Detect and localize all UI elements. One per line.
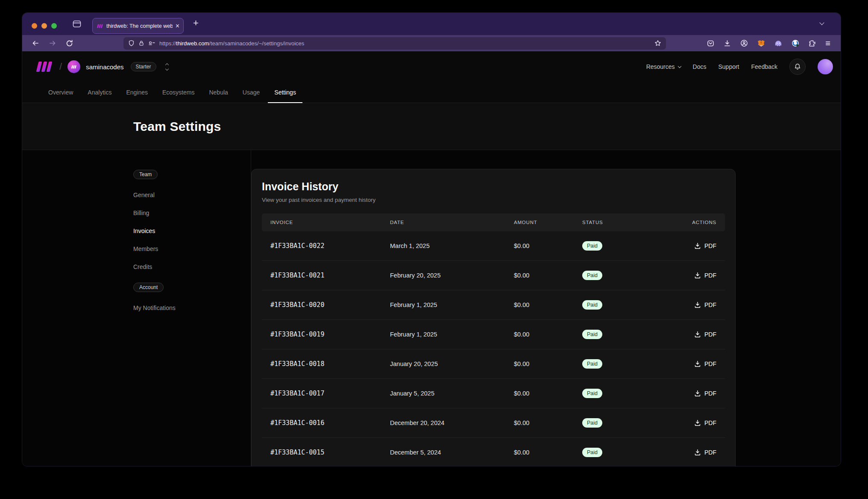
tab-title: thirdweb: The complete web3 d [106,23,173,29]
bookmark-star-icon[interactable] [654,40,661,47]
sidebar-group-account: Account [133,283,164,292]
sidebar-item-credits[interactable]: Credits [133,258,251,276]
url-domain: thirdweb.com [176,40,209,47]
download-pdf-button[interactable]: PDF [694,360,716,367]
invoice-date: February 1, 2025 [390,301,514,308]
reload-button[interactable] [66,40,73,47]
maximize-window-button[interactable] [51,23,57,29]
chevron-down-icon [677,64,681,68]
tracking-protection-shield-icon[interactable] [128,40,135,47]
settings-content: Team General Billing Invoices Members Cr… [22,150,841,466]
table-row: #1F33BA1C-0021 February 20, 2025 $0.00 P… [262,261,725,290]
phantom-extension-icon[interactable] [774,40,782,47]
table-row: #1F33BA1C-0017 January 5, 2025 $0.00 Pai… [262,379,725,408]
metamask-extension-icon[interactable] [757,40,765,47]
forward-button[interactable] [49,40,56,47]
download-pdf-button[interactable]: PDF [694,242,716,249]
status-badge: Paid [582,271,602,280]
invoice-date: January 20, 2025 [390,360,514,367]
url-text[interactable]: https://thirdweb.com/team/saminacodes/~/… [159,40,304,47]
browser-window: thirdweb: The complete web3 d × + [22,13,841,466]
sidebar-group-team: Team [133,170,158,179]
list-tabs-chevron-icon[interactable] [819,20,824,25]
tab-usage[interactable]: Usage [235,82,267,103]
status-badge: Paid [582,330,602,339]
lock-icon[interactable] [138,40,144,47]
status-badge: Paid [582,418,602,428]
wallet-extension-icon[interactable] [792,39,799,47]
team-settings-list: General Billing Invoices Members Credits [133,186,251,276]
download-pdf-button[interactable]: PDF [694,301,716,308]
invoice-date: February 1, 2025 [390,331,514,338]
col-invoice: INVOICE [270,220,390,225]
account-icon[interactable] [740,39,748,47]
invoice-date: March 1, 2025 [390,242,514,249]
sidebar-item-my-notifications[interactable]: My Notifications [133,299,251,317]
plan-badge: Starter [131,62,156,71]
table-row: #1F33BA1C-0019 February 1, 2025 $0.00 Pa… [262,320,725,349]
url-scheme: https:// [159,40,176,47]
download-icon [694,301,701,308]
download-pdf-button[interactable]: PDF [694,390,716,397]
team-name[interactable]: saminacodes [86,63,123,71]
close-window-button[interactable] [32,23,37,29]
sidebar-item-billing[interactable]: Billing [133,204,251,222]
menu-icon[interactable]: ≡ [825,39,830,47]
tab-analytics[interactable]: Analytics [80,82,119,103]
tab-ecosystems[interactable]: Ecosystems [155,82,202,103]
download-pdf-button[interactable]: PDF [694,331,716,338]
table-row: #1F33BA1C-0018 January 20, 2025 $0.00 Pa… [262,349,725,379]
team-switcher-button[interactable] [166,64,168,70]
status-badge: Paid [582,300,602,310]
browser-toolbar: https://thirdweb.com/team/saminacodes/~/… [22,35,841,51]
thirdweb-logo[interactable] [35,61,54,73]
table-header: INVOICE DATE AMOUNT STATUS ACTIONS [262,213,725,231]
invoice-amount: $0.00 [514,272,582,279]
sidebar-item-members[interactable]: Members [133,240,251,258]
team-avatar[interactable] [67,60,80,73]
thirdweb-favicon [97,24,103,29]
browser-tab[interactable]: thirdweb: The complete web3 d × [92,18,184,34]
col-amount: AMOUNT [514,220,582,225]
invoice-amount: $0.00 [514,242,582,249]
notifications-button[interactable] [789,59,806,75]
invoice-date: January 5, 2025 [390,390,514,397]
firefox-view-icon[interactable] [73,20,81,28]
pocket-icon[interactable] [707,40,714,47]
close-tab-icon[interactable]: × [176,23,179,30]
download-icon [694,272,701,279]
tab-nebula[interactable]: Nebula [202,82,235,103]
docs-link[interactable]: Docs [693,63,707,70]
minimize-window-button[interactable] [41,23,47,29]
download-pdf-button[interactable]: PDF [694,419,716,426]
feedback-link[interactable]: Feedback [751,63,777,70]
resources-menu[interactable]: Resources [646,63,681,70]
back-button[interactable] [32,40,39,47]
sidebar-item-invoices[interactable]: Invoices [133,222,251,240]
invoice-amount: $0.00 [514,419,582,426]
site-permissions-icon[interactable] [148,40,155,46]
new-tab-button[interactable]: + [193,18,199,28]
extensions-puzzle-icon[interactable] [809,40,816,47]
invoice-id: #1F33BA1C-0015 [270,449,390,456]
invoice-amount: $0.00 [514,449,582,456]
invoice-id: #1F33BA1C-0017 [270,390,390,397]
user-avatar[interactable] [818,59,833,74]
invoice-id: #1F33BA1C-0022 [270,242,390,250]
download-icon [694,449,701,456]
download-pdf-button[interactable]: PDF [694,449,716,456]
tab-settings[interactable]: Settings [267,82,303,103]
download-pdf-button[interactable]: PDF [694,272,716,279]
invoice-date: December 20, 2024 [390,419,514,426]
support-link[interactable]: Support [718,63,739,70]
col-status: STATUS [582,220,689,225]
download-icon [694,242,701,249]
table-row: #1F33BA1C-0016 December 20, 2024 $0.00 P… [262,408,725,438]
downloads-icon[interactable] [724,40,731,47]
tab-engines[interactable]: Engines [119,82,155,103]
invoice-date: December 5, 2024 [390,449,514,456]
table-row: #1F33BA1C-0015 December 5, 2024 $0.00 Pa… [262,438,725,466]
sidebar-item-general[interactable]: General [133,186,251,204]
tab-overview[interactable]: Overview [41,82,80,103]
url-bar[interactable]: https://thirdweb.com/team/saminacodes/~/… [123,37,666,50]
